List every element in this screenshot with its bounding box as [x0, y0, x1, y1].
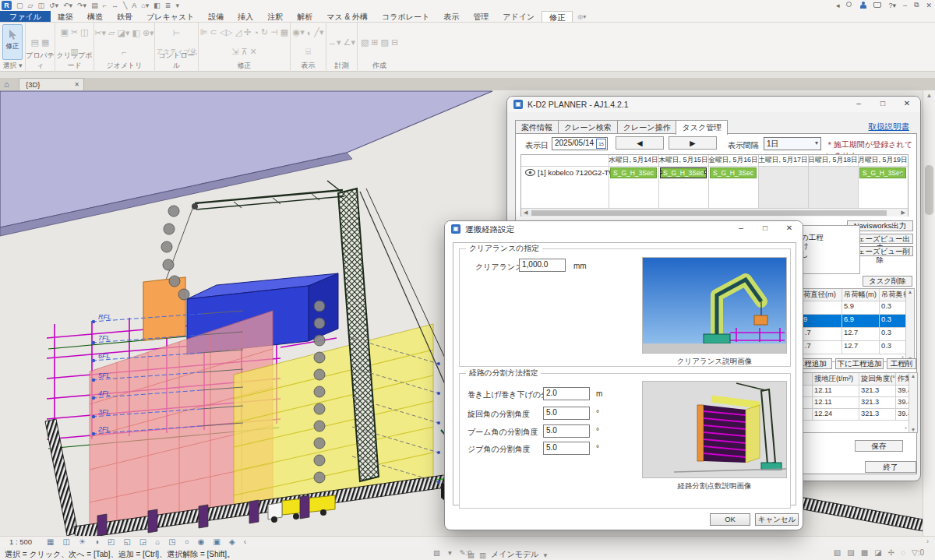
3d-lock-icon[interactable]: ⌂ [155, 537, 160, 548]
worksets-icon[interactable]: ▤ [468, 551, 475, 559]
linework-icon[interactable]: ╱▾ [314, 27, 323, 37]
override-icon[interactable]: ◐ [307, 28, 312, 37]
planner-close-icon[interactable]: ✕ [901, 99, 912, 107]
mirror-icon[interactable]: ◁▷ [220, 27, 233, 37]
exclude-options-icon[interactable]: ▧ [834, 548, 841, 557]
delete-icon[interactable]: ✕ [250, 47, 257, 57]
app-restore-icon[interactable]: ⧉ [914, 1, 919, 9]
section-icon[interactable]: ◧ [153, 1, 161, 10]
sync-icon[interactable]: ↺▾ [49, 1, 58, 10]
text-icon[interactable]: A [132, 1, 136, 10]
crop-visibility-icon[interactable]: ◲ [139, 537, 146, 548]
model-dropdown-icon[interactable]: ▾ [543, 551, 547, 559]
canvas-scrollbar[interactable]: ▲ [923, 90, 935, 536]
align-icon[interactable]: ⊫ [200, 27, 208, 37]
result-table-vscrollbar[interactable]: ▲▼ [909, 373, 917, 432]
task-bar-4[interactable]: S_G_H_3Sec→ [859, 167, 906, 178]
dialog-minimize-icon[interactable]: – [736, 224, 746, 232]
collapse-arrow-icon[interactable]: ◂ [836, 2, 840, 9]
result-row[interactable]: 12.11 321.3 39.4 [788, 386, 917, 397]
tab-crane-search[interactable]: クレーン検索 [558, 120, 618, 134]
scroll-left-icon[interactable]: ◀ [524, 209, 527, 217]
perspective-icon[interactable]: ◳ [168, 537, 175, 548]
revit-logo-icon[interactable]: R [2, 1, 12, 10]
load-row[interactable]: .7 12.7 0.3 [788, 341, 914, 354]
save-icon[interactable]: ◫ [37, 1, 44, 10]
crane-resource-label[interactable]: [1] kobelco 7120G2-TW [538, 168, 616, 177]
family-types-icon[interactable]: ▦ [41, 37, 49, 48]
reveal-icon[interactable]: ⌸ [305, 47, 311, 57]
account-icon[interactable] [860, 2, 866, 9]
cut-geometry-icon[interactable]: ◪▾ [118, 28, 130, 38]
calendar-icon[interactable]: 15 [596, 139, 606, 149]
app-minimize-icon[interactable]: – [903, 2, 907, 9]
create-group-icon[interactable]: ▧ [361, 37, 369, 48]
tab-structure[interactable]: 構造 [80, 11, 110, 22]
task-bar-1[interactable]: S_G_H_3Sec [610, 167, 657, 178]
exit-button[interactable]: 終了 [865, 461, 916, 473]
load-row-selected[interactable]: 9 6.9 0.3 [788, 315, 914, 328]
result-row[interactable]: 12.24 321.3 39.4 [788, 409, 917, 421]
detail-line-icon[interactable]: ╲ [123, 1, 127, 10]
store-icon[interactable] [873, 2, 881, 9]
angle-icon[interactable]: ∠▾ [344, 37, 355, 48]
offset-icon[interactable]: ▱ [108, 28, 115, 38]
move-icon[interactable]: ✢ [244, 27, 251, 37]
clearance-input[interactable]: 1,000.0 [519, 259, 566, 272]
rotate-icon[interactable]: ↻ [261, 27, 268, 37]
load-table-vscrollbar[interactable]: ▲▼ [905, 289, 914, 361]
tab-project-info[interactable]: 案件情報 [515, 120, 559, 134]
step-delete-button[interactable]: 工程削除 [887, 358, 916, 369]
selection-filter-icon[interactable]: ▽:0 [912, 548, 924, 557]
sun-path-icon[interactable]: ☀ [79, 537, 86, 548]
activate-controls-icon[interactable]: ⊢ [173, 28, 181, 38]
window-icon[interactable]: ▢ [16, 1, 23, 10]
split-icon[interactable]: ◿ [235, 27, 242, 37]
tab-collaborate[interactable]: コラボレート [375, 11, 436, 22]
join-icon[interactable]: ⊕▾ [143, 28, 154, 38]
tab-annotate[interactable]: 注釈 [260, 11, 290, 22]
tab-manage[interactable]: 管理 [466, 11, 496, 22]
result-row[interactable]: 12.11 321.3 39.4 [788, 397, 917, 409]
tab-insert[interactable]: 挿入 [231, 11, 260, 22]
properties-icon[interactable]: ▤ [31, 37, 39, 48]
cope-icon[interactable]: ✂▾ [94, 28, 106, 38]
cancel-button[interactable]: キャンセル [755, 513, 799, 526]
display-date-input[interactable]: 2025/05/14 15 [552, 137, 608, 150]
schedule-scroll-thumb[interactable] [531, 210, 887, 216]
shadows-icon[interactable]: ◑ [94, 537, 99, 548]
cut-icon[interactable]: ✂ [71, 27, 78, 37]
dialog-titlebar[interactable]: ▣ 運搬経路設定 – □ ✕ [445, 221, 803, 237]
scroll-down-icon[interactable]: ▼ [909, 427, 917, 432]
help-icon[interactable]: ?▾ [888, 2, 896, 9]
paste-icon[interactable]: ▣ [60, 27, 68, 37]
view-tab-close-icon[interactable]: ✕ [74, 79, 79, 90]
detail-level-icon[interactable]: ▦ [47, 537, 54, 548]
measure-icon[interactable]: ↔▾ [328, 37, 341, 48]
planner-maximize-icon[interactable]: □ [877, 99, 888, 107]
scroll-right-icon[interactable]: ▶ [901, 209, 905, 217]
task-delete-button[interactable]: タスク削除 [863, 276, 912, 287]
app-close-icon[interactable]: ✕ [926, 2, 932, 9]
scroll-up-icon[interactable]: ▲ [909, 373, 917, 379]
save-button[interactable]: 保存 [855, 440, 903, 452]
select-pinned-icon[interactable]: ◪ [874, 548, 881, 557]
load-row[interactable]: 5.9 0.3 [788, 301, 914, 315]
tab-file[interactable]: ファイル [0, 11, 51, 22]
tab-analyze[interactable]: 解析 [290, 11, 319, 22]
schedule-hscrollbar[interactable]: ◀ ▶ [521, 208, 908, 217]
scroll-up-icon[interactable]: ▲ [906, 289, 914, 294]
load-row[interactable]: .7 12.7 0.3 [788, 328, 914, 341]
visual-style-icon[interactable]: ◫ [62, 537, 69, 548]
dialog-maximize-icon[interactable]: □ [760, 224, 771, 232]
visibility-eye-icon[interactable] [525, 169, 535, 176]
array-icon[interactable]: ▦ [280, 27, 288, 37]
planner-minimize-icon[interactable]: – [853, 99, 864, 107]
scale-icon[interactable]: ⇲ [231, 47, 238, 57]
tab-modify[interactable]: 修正 [542, 11, 573, 22]
hoist-division-input[interactable]: 2.0 [543, 387, 590, 400]
create-similar-icon[interactable]: ⊞ [371, 37, 378, 48]
view-tab-3d[interactable]: {3D} ✕ [19, 78, 84, 90]
search-icon[interactable] [846, 2, 853, 9]
create-assembly-icon[interactable]: ▨ [381, 37, 389, 48]
